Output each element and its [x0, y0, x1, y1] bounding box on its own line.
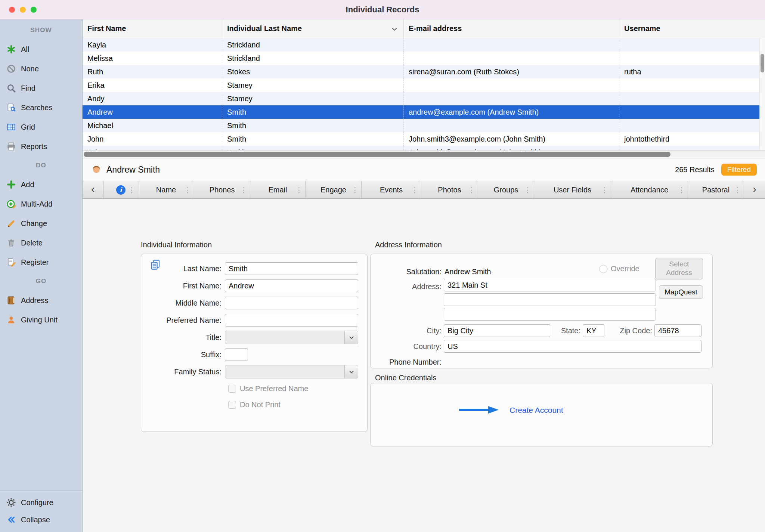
tab-options-icon[interactable]: ⋮: [351, 186, 359, 194]
tab-email[interactable]: Email⋮: [250, 181, 306, 198]
tab-name[interactable]: Name⋮: [138, 181, 194, 198]
collapse-chevrons-icon: [6, 515, 16, 525]
tab-attendance[interactable]: Attendance⋮: [611, 181, 688, 198]
table-row[interactable]: Ruth Stokes sirena@suran.com (Ruth Stoke…: [83, 65, 765, 78]
sidebar-item-delete[interactable]: Delete: [0, 233, 82, 253]
do-not-print-checkbox[interactable]: [228, 401, 236, 409]
sidebar-item-grid[interactable]: Grid: [0, 117, 82, 137]
tab-engage[interactable]: Engage⋮: [306, 181, 362, 198]
sidebar-item-multi-add[interactable]: Multi-Add: [0, 194, 82, 214]
detail-header: Andrew Smith 265 Results Filtered: [83, 158, 765, 181]
state-input[interactable]: [583, 324, 604, 337]
horizontal-scrollbar-thumb[interactable]: [84, 152, 670, 157]
sidebar-item-label: Address: [21, 296, 48, 305]
horizontal-scrollbar[interactable]: [83, 150, 765, 158]
printer-icon: [6, 142, 16, 151]
tab-groups[interactable]: Groups⋮: [478, 181, 534, 198]
chevron-down-icon: [344, 331, 358, 344]
tab-options-icon[interactable]: ⋮: [468, 186, 475, 194]
vertical-scrollbar[interactable]: [759, 38, 765, 150]
table-row[interactable]: Michael Smith: [83, 119, 765, 132]
override-checkbox[interactable]: [599, 265, 607, 273]
tab-scroll-left[interactable]: ‹: [83, 181, 104, 198]
sidebar-item-searches[interactable]: Searches: [0, 98, 82, 117]
sidebar-item-all[interactable]: All: [0, 40, 82, 59]
tab-user-fields[interactable]: User Fields⋮: [534, 181, 611, 198]
table-row[interactable]: Erika Stamey: [83, 78, 765, 92]
sidebar-item-find[interactable]: Find: [0, 78, 82, 98]
individual-info-title: Individual Information: [141, 241, 212, 249]
sidebar-item-reports[interactable]: Reports: [0, 137, 82, 156]
address-line1-input[interactable]: [444, 279, 656, 291]
online-credentials-box: Create Account: [370, 383, 713, 446]
tab-options-icon[interactable]: ⋮: [411, 186, 418, 194]
mapquest-button[interactable]: MapQuest: [659, 285, 703, 299]
configure-button[interactable]: Configure: [0, 494, 82, 511]
select-address-button[interactable]: Select Address: [655, 258, 703, 279]
table-row[interactable]: John Smith John.smith3@example.com (John…: [83, 132, 765, 146]
preferred-name-input[interactable]: [225, 314, 358, 327]
collapse-button[interactable]: Collapse: [0, 511, 82, 528]
column-header-email[interactable]: E-mail address: [404, 19, 619, 38]
gear-icon: [6, 498, 16, 507]
zoom-button[interactable]: [31, 7, 37, 13]
table-row[interactable]: Melissa Strickland: [83, 52, 765, 65]
tab-events[interactable]: Events⋮: [362, 181, 421, 198]
tab-scroll-right[interactable]: ›: [744, 181, 765, 198]
tab-options-icon[interactable]: ⋮: [128, 186, 135, 194]
minimize-button[interactable]: [20, 7, 26, 13]
table-row-partial[interactable]: John Smith John.smith@example.com (John …: [83, 146, 765, 150]
salutation-label: Salutation:: [371, 265, 442, 278]
sidebar-item-none[interactable]: None: [0, 59, 82, 78]
sidebar-item-address[interactable]: Address: [0, 291, 82, 310]
tab-options-icon[interactable]: ⋮: [295, 186, 303, 194]
tab-options-icon[interactable]: ⋮: [184, 186, 191, 194]
titlebar: Individual Records: [0, 0, 765, 19]
sidebar-item-label: Find: [21, 84, 35, 93]
address-line2-input[interactable]: [444, 293, 656, 306]
city-input[interactable]: [444, 324, 550, 337]
zip-input[interactable]: [654, 324, 701, 337]
address-line3-input[interactable]: [444, 308, 656, 321]
grid-icon: [6, 122, 16, 132]
tab-pastoral[interactable]: Pastoral⋮: [688, 181, 744, 198]
sidebar-item-giving-unit[interactable]: Giving Unit: [0, 310, 82, 330]
country-input[interactable]: [444, 340, 701, 353]
vertical-scrollbar-thumb[interactable]: [761, 54, 764, 72]
sidebar-item-register[interactable]: Register: [0, 253, 82, 272]
sidebar-item-label: Grid: [21, 123, 35, 132]
first-name-input[interactable]: [225, 279, 358, 292]
use-preferred-name-checkbox[interactable]: [228, 385, 236, 393]
tab-options-icon[interactable]: ⋮: [524, 186, 531, 194]
family-status-select[interactable]: [225, 365, 358, 378]
filtered-badge[interactable]: Filtered: [721, 164, 757, 176]
register-icon: [6, 257, 16, 267]
table-row[interactable]: Kayla Strickland: [83, 38, 765, 52]
sidebar-item-label: None: [21, 65, 39, 73]
close-button[interactable]: [9, 7, 15, 13]
sidebar-item-change[interactable]: Change: [0, 214, 82, 233]
table-header: First Name Individual Last Name E-mail a…: [83, 19, 765, 38]
last-name-input[interactable]: [225, 262, 358, 275]
table-row[interactable]: Andy Stamey: [83, 92, 765, 105]
suffix-input[interactable]: [225, 348, 248, 361]
column-header-first-name[interactable]: First Name: [83, 19, 222, 38]
sidebar-item-add[interactable]: Add: [0, 175, 82, 194]
column-header-last-name[interactable]: Individual Last Name: [222, 19, 404, 38]
tab-options-icon[interactable]: ⋮: [601, 186, 608, 194]
online-credentials-title: Online Credentials: [375, 374, 437, 382]
tab-options-icon[interactable]: ⋮: [240, 186, 247, 194]
tab-options-icon[interactable]: ⋮: [734, 186, 741, 194]
tab-info[interactable]: i ⋮: [104, 181, 138, 198]
tab-photos[interactable]: Photos⋮: [421, 181, 478, 198]
create-account-link[interactable]: Create Account: [510, 406, 563, 415]
sidebar-item-label: Add: [21, 180, 34, 189]
none-icon: [6, 64, 16, 74]
tab-phones[interactable]: Phones⋮: [194, 181, 250, 198]
tab-options-icon[interactable]: ⋮: [678, 186, 685, 194]
column-header-username[interactable]: Username: [619, 19, 765, 38]
table-row-selected[interactable]: Andrew Smith andrew@example.com (Andrew …: [83, 105, 765, 119]
zip-label: Zip Code:: [608, 324, 652, 337]
middle-name-input[interactable]: [225, 297, 358, 309]
title-select[interactable]: [225, 331, 358, 344]
